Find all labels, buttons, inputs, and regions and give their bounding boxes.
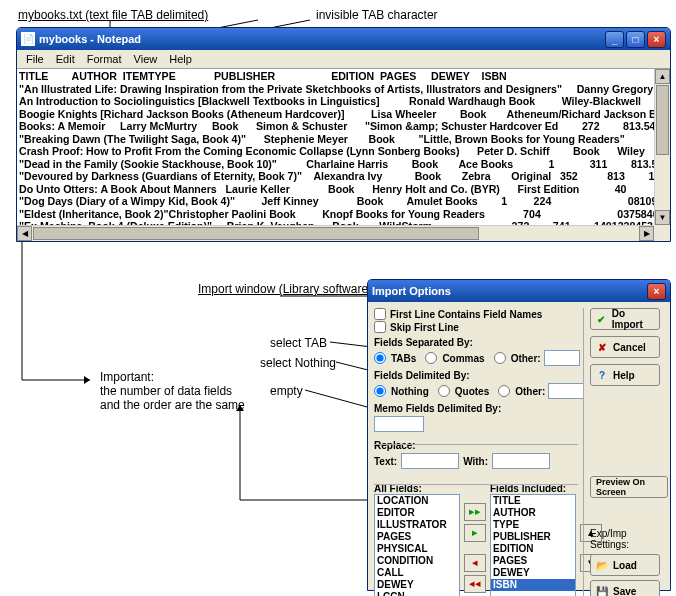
notepad-titlebar[interactable]: 📄 mybooks - Notepad _ □ × [17,28,670,50]
replace-with-input[interactable] [492,453,550,469]
scroll-left-icon[interactable]: ◀ [17,226,32,241]
scrollbar-corner [654,225,670,241]
help-button[interactable]: ?Help [590,364,660,386]
memo-input[interactable] [374,416,424,432]
list-item[interactable]: DEWEY [375,579,459,591]
import-close-button[interactable]: × [647,283,666,300]
all-fields-listbox[interactable]: LOCATIONEDITORILLUSTRATORPAGESPHYSICALCO… [374,494,460,596]
scroll-right-icon[interactable]: ▶ [639,226,654,241]
radio-commas[interactable] [425,352,437,364]
expimp-label: Exp/Imp Settings: [590,528,666,550]
list-item[interactable]: PAGES [491,555,575,567]
list-item[interactable]: ILLUSTRATOR [375,519,459,531]
radio-tabs[interactable] [374,352,386,364]
load-button[interactable]: 📂Load [590,554,660,576]
do-import-button[interactable]: ✔Do Import [590,308,660,330]
help-label: Help [613,370,635,381]
skip-first-checkbox-row: Skip First Line [374,321,579,333]
skip-first-checkbox[interactable] [374,321,386,333]
annotation-empty: empty [270,384,303,398]
annotation-tab: invisible TAB character [316,8,438,22]
load-label: Load [613,560,637,571]
replace-text-input[interactable] [401,453,459,469]
separator-label: Fields Separated By: [374,337,579,348]
scrollbar-horizontal[interactable]: ◀ ▶ [17,225,654,241]
close-button[interactable]: × [647,31,666,48]
menu-file[interactable]: File [20,52,50,66]
other-sep-input[interactable] [544,350,580,366]
annotation-important-l2: the number of data fields [100,384,245,398]
first-line-label: First Line Contains Field Names [390,309,542,320]
annotation-select-nothing: select Nothing [260,356,336,370]
check-icon: ✔ [596,313,607,325]
scroll-up-icon[interactable]: ▲ [655,69,670,84]
list-item[interactable]: TYPE [491,519,575,531]
do-import-label: Do Import [612,308,654,330]
x-icon: ✘ [596,341,608,353]
cancel-label: Cancel [613,342,646,353]
radio-commas-label: Commas [442,353,484,364]
memo-label: Memo Fields Delimited By: [374,403,579,414]
radio-other-sep[interactable] [494,352,506,364]
remove-button[interactable]: ◂ [464,554,486,572]
list-item[interactable]: EDITION [491,543,575,555]
list-item[interactable]: CALL [375,567,459,579]
list-item[interactable]: LCCN [375,591,459,596]
menu-format[interactable]: Format [81,52,128,66]
list-item[interactable]: LOCATION [375,495,459,507]
divider-h2 [374,484,578,485]
minimize-button[interactable]: _ [605,31,624,48]
list-item[interactable]: PAGES [375,531,459,543]
annotation-file: mybooks.txt (text file TAB delimited) [18,8,208,22]
delimiter-radios: Nothing Quotes Other: [374,383,579,399]
svg-marker-7 [84,376,90,384]
add-all-button[interactable]: ▸▸ [464,503,486,521]
skip-first-label: Skip First Line [390,322,459,333]
scroll-thumb-v[interactable] [656,85,669,155]
list-item[interactable]: CONDITION [375,555,459,567]
list-item[interactable]: PHYSICAL [375,543,459,555]
delimiter-label: Fields Delimited By: [374,370,579,381]
divider-vertical [583,308,584,596]
list-item[interactable]: DEWEY [491,567,575,579]
notepad-text[interactable]: TITLE AUTHOR ITEMTYPE PUBLISHER EDITION … [19,70,670,241]
notepad-window: 📄 mybooks - Notepad _ □ × File Edit Form… [16,27,671,242]
replace-text-label: Text: [374,456,397,467]
radio-quotes[interactable] [438,385,450,397]
first-line-checkbox-row: First Line Contains Field Names [374,308,579,320]
list-item[interactable]: EDITOR [375,507,459,519]
menu-help[interactable]: Help [163,52,198,66]
list-item[interactable]: AUTHOR [491,507,575,519]
list-item[interactable]: PUBLISHER [491,531,575,543]
save-button[interactable]: 💾Save [590,580,660,596]
save-label: Save [613,586,636,597]
radio-nothing[interactable] [374,385,386,397]
preview-button[interactable]: Preview On Screen [590,476,668,498]
list-item[interactable]: ISBN [491,579,575,591]
menu-edit[interactable]: Edit [50,52,81,66]
cancel-button[interactable]: ✘Cancel [590,336,660,358]
annotation-important-l1: Important: [100,370,245,384]
disk-icon: 💾 [596,585,608,596]
other-delim-input[interactable] [548,383,584,399]
notepad-body[interactable]: TITLE AUTHOR ITEMTYPE PUBLISHER EDITION … [17,68,670,241]
scroll-down-icon[interactable]: ▼ [655,210,670,225]
replace-with-label: With: [463,456,488,467]
scrollbar-vertical[interactable]: ▲ ▼ [654,69,670,225]
notepad-icon: 📄 [21,32,35,46]
question-icon: ? [596,369,608,381]
preview-label: Preview On Screen [596,477,662,497]
first-line-checkbox[interactable] [374,308,386,320]
import-titlebar[interactable]: Import Options × [368,280,670,302]
divider-h1 [374,444,578,445]
maximize-button[interactable]: □ [626,31,645,48]
remove-all-button[interactable]: ◂◂ [464,575,486,593]
list-item[interactable]: TITLE [491,495,575,507]
included-fields-listbox[interactable]: TITLEAUTHORTYPEPUBLISHEREDITIONPAGESDEWE… [490,494,576,596]
scroll-thumb-h[interactable] [33,227,479,240]
add-button[interactable]: ▸ [464,524,486,542]
notepad-menubar: File Edit Format View Help [17,50,670,68]
radio-other-delim[interactable] [498,385,510,397]
radio-other-delim-label: Other: [515,386,545,397]
menu-view[interactable]: View [128,52,164,66]
